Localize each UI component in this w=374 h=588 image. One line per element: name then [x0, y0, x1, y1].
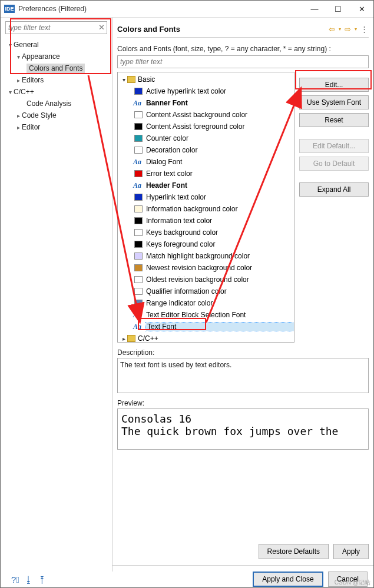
tree-row[interactable]: Content Assist foreground color	[118, 121, 294, 132]
expand-all-button[interactable]: Expand All	[299, 182, 369, 197]
tree-row[interactable]: Range indicator color	[118, 297, 294, 309]
tree-row[interactable]: AaDialog Font	[118, 156, 294, 168]
apply-close-button[interactable]: Apply and Close	[253, 572, 323, 587]
font-icon: Aa	[133, 158, 144, 167]
tree-item-label: Match highlight background color	[146, 252, 294, 260]
tree-row[interactable]: AaBanner Font	[118, 97, 294, 109]
tree-row[interactable]: Hyperlink text color	[118, 191, 294, 203]
color-font-tree[interactable]: ▾BasicActive hyperlink text colorAaBanne…	[117, 72, 294, 343]
folder-icon	[127, 335, 135, 342]
minimize-button[interactable]: —	[303, 1, 326, 17]
view-menu-icon[interactable]: ⋮	[360, 25, 369, 34]
color-swatch	[134, 276, 143, 283]
tree-item-label: C/C++	[138, 334, 294, 343]
tree-item-label: Content Assist foreground color	[146, 122, 294, 131]
close-button[interactable]: ✕	[350, 1, 373, 17]
tree-row[interactable]: Oldest revision background color	[118, 274, 294, 285]
color-swatch	[134, 88, 143, 95]
preview-label: Preview:	[117, 399, 369, 407]
tree-row[interactable]: Information text color	[118, 215, 294, 227]
preview-text: Consolas 16The quick brown fox jumps ove…	[117, 408, 369, 450]
nav-sidebar: ✕ ▾General ▾Appearance Colors and Fonts …	[1, 18, 112, 572]
tree-item-label: Keys background color	[146, 228, 294, 237]
nav-filter-input[interactable]	[5, 21, 107, 34]
nav-item-code-style[interactable]: ▸Code Style	[3, 109, 110, 121]
nav-back-icon[interactable]: ⇦	[329, 25, 335, 34]
watermark: CSDN @记帖	[335, 579, 370, 587]
filter-label: Colors and Fonts (font, size, type, ? = …	[117, 45, 369, 53]
description-text: The text font is used by text editors.	[117, 358, 369, 393]
tree-row[interactable]: AaText Font	[118, 321, 294, 333]
tree-item-label: Information background color	[146, 205, 294, 213]
color-swatch	[134, 264, 143, 271]
color-swatch	[134, 205, 143, 212]
color-swatch	[134, 147, 143, 154]
nav-item-appearance[interactable]: ▾Appearance	[3, 51, 110, 62]
go-to-default-button: Go to Default	[299, 157, 369, 171]
nav-forward-menu[interactable]: ▾	[355, 26, 357, 32]
tree-row[interactable]: ▸C/C++	[118, 333, 294, 343]
tree-row[interactable]: Counter color	[118, 132, 294, 144]
tree-row[interactable]: Error text color	[118, 168, 294, 180]
tree-item-label: Decoration color	[146, 146, 294, 154]
tree-row[interactable]: Information background color	[118, 203, 294, 215]
tree-item-label: Counter color	[146, 134, 294, 142]
tree-item-label: Oldest revision background color	[146, 275, 294, 284]
nav-item-cpp[interactable]: ▾C/C++	[3, 86, 110, 98]
tree-item-label: Hyperlink text color	[146, 193, 294, 201]
tree-item-label: Error text color	[146, 170, 294, 178]
help-icon[interactable]: ?⃝	[11, 574, 19, 584]
tree-item-label: Text Editor Block Selection Font	[146, 311, 294, 319]
color-swatch	[134, 135, 143, 142]
color-swatch	[134, 241, 143, 248]
tree-row[interactable]: Match highlight background color	[118, 250, 294, 262]
tree-row[interactable]: Qualifier information color	[118, 285, 294, 297]
color-swatch	[134, 253, 143, 260]
nav-item-general[interactable]: ▾General	[3, 39, 110, 51]
color-swatch	[134, 123, 143, 130]
reset-button[interactable]: Reset	[299, 113, 369, 127]
maximize-button[interactable]: ☐	[326, 1, 350, 17]
tree-row[interactable]: Decoration color	[118, 144, 294, 156]
nav-item-editors[interactable]: ▸Editors	[3, 74, 110, 86]
color-swatch	[134, 217, 143, 224]
tree-row[interactable]: Newest revision background color	[118, 262, 294, 274]
color-swatch	[134, 229, 143, 236]
cf-filter-input[interactable]	[117, 55, 369, 68]
tree-item-label: Information text color	[146, 217, 294, 225]
color-swatch	[134, 170, 143, 177]
tree-row[interactable]: AaText Editor Block Selection Font	[118, 309, 294, 321]
nav-item-code-analysis[interactable]: Code Analysis	[3, 98, 110, 109]
settings-pane: Colors and Fonts ⇦▾ ⇨▾ ⋮ Colors and Font…	[112, 18, 373, 572]
export-icon[interactable]: ⭱	[38, 574, 47, 584]
tree-item-label: Keys foreground color	[146, 240, 294, 248]
apply-button[interactable]: Apply	[333, 544, 369, 559]
tree-item-label: Basic	[138, 75, 294, 84]
font-icon: Aa	[133, 323, 144, 331]
page-title: Colors and Fonts	[117, 25, 329, 34]
nav-item-colors-fonts[interactable]: Colors and Fonts	[3, 62, 110, 74]
edit-button[interactable]: Edit...	[299, 78, 369, 92]
tree-item-label: Active hyperlink text color	[146, 87, 294, 95]
tree-item-label: Banner Font	[146, 99, 294, 107]
tree-row[interactable]: ▾Basic	[118, 74, 294, 85]
color-swatch	[134, 288, 143, 295]
tree-item-label: Header Font	[146, 181, 294, 190]
tree-row[interactable]: Keys background color	[118, 227, 294, 238]
nav-back-menu[interactable]: ▾	[339, 26, 341, 32]
tree-row[interactable]: AaHeader Font	[118, 180, 294, 191]
edit-default-button: Edit Default...	[299, 139, 369, 153]
tree-row[interactable]: Active hyperlink text color	[118, 85, 294, 97]
nav-item-editor[interactable]: ▸Editor	[3, 121, 110, 133]
clear-filter-icon[interactable]: ✕	[98, 23, 105, 32]
tree-row[interactable]: Content Assist background color	[118, 109, 294, 121]
tree-row[interactable]: Keys foreground color	[118, 238, 294, 250]
restore-defaults-button[interactable]: Restore Defaults	[259, 544, 329, 559]
color-swatch	[134, 300, 143, 307]
import-icon[interactable]: ⭳	[24, 574, 33, 584]
tree-item-label: Text Font	[146, 323, 294, 331]
titlebar: IDE Preferences (Filtered) — ☐ ✕	[1, 1, 373, 18]
tree-item-label: Content Assist background color	[146, 111, 294, 119]
use-system-font-button[interactable]: Use System Font	[299, 95, 369, 109]
nav-forward-icon[interactable]: ⇨	[345, 25, 351, 34]
